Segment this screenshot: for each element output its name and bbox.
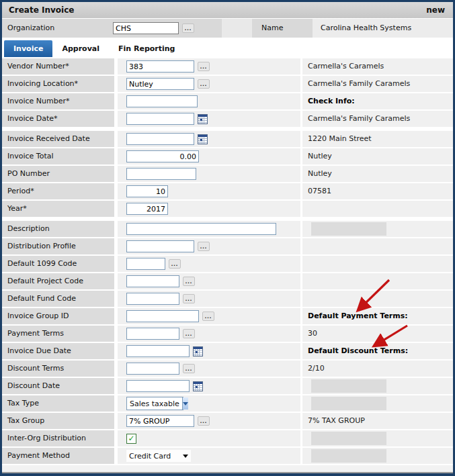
- page-title: Create Invoice: [9, 2, 74, 18]
- discount-terms-lookup-button[interactable]: ...: [183, 364, 195, 373]
- form-row-inter-org-distribution-allowed: Inter-Org Distribution Allowed✓: [2, 430, 453, 448]
- window-header: Create Invoice new: [2, 2, 453, 19]
- field-label-invoice-date: Invoice Date*: [2, 111, 114, 127]
- value-cell-invoice-total: Nutley: [302, 148, 453, 164]
- value-text-7-tax-group: 7% TAX GROUP: [308, 416, 365, 425]
- form-row-invoice-number: Invoice Number*Check Info:: [2, 93, 453, 111]
- default-project-code-lookup-button[interactable]: ...: [183, 277, 195, 286]
- empty-value-box: [311, 379, 386, 393]
- dropdown-arrow-icon: [183, 455, 188, 458]
- form-row-distribution-profile: Distribution Profile...: [2, 238, 453, 256]
- tax-type-select[interactable]: Sales taxable: [126, 397, 183, 410]
- vendor-number-lookup-button[interactable]: ...: [198, 62, 210, 71]
- value-cell-discount-date: [302, 378, 453, 394]
- field-label-invoice-received-date: Invoice Received Date: [2, 131, 114, 147]
- chevron-glyph: [183, 402, 188, 406]
- vendor-number-input[interactable]: [126, 60, 194, 73]
- empty-value-box: [311, 222, 386, 236]
- input-cell-period: [118, 183, 300, 199]
- input-cell-tax-group: ...: [118, 413, 300, 429]
- discount-terms-input[interactable]: [126, 363, 179, 375]
- year-input[interactable]: [126, 203, 168, 215]
- tab-approval[interactable]: Approval: [52, 40, 109, 57]
- chevron-down-icon[interactable]: [182, 397, 188, 410]
- value-heading-check-info: Check Info:: [308, 97, 355, 105]
- invoice-form: Vendor Number*...Carmella's CaramelsInvo…: [2, 58, 453, 465]
- status-badge: new: [426, 2, 445, 18]
- form-row-invoicing-location: Invoicing Location*...Carmella's Family …: [2, 76, 453, 93]
- field-label-invoice-due-date: Invoice Due Date: [2, 343, 114, 359]
- organization-input[interactable]: [113, 22, 179, 34]
- invoice-date-calendar-icon[interactable]: [198, 114, 208, 124]
- invoice-due-date-calendar-icon[interactable]: [193, 346, 203, 356]
- default-1099-code-input[interactable]: [126, 258, 165, 270]
- invoicing-location-lookup-button[interactable]: ...: [198, 79, 210, 89]
- value-cell-invoice-group-id: Default Payment Terms:: [302, 308, 453, 324]
- field-label-invoice-number: Invoice Number*: [2, 93, 114, 109]
- period-input[interactable]: [126, 185, 168, 197]
- invoice-number-input[interactable]: [126, 95, 198, 107]
- description-input[interactable]: [126, 223, 276, 235]
- input-cell-tax-type: Sales taxable: [118, 395, 300, 412]
- invoice-received-date-calendar-icon[interactable]: [198, 134, 208, 144]
- field-label-distribution-profile: Distribution Profile: [2, 238, 114, 254]
- default-fund-code-input[interactable]: [126, 293, 179, 305]
- payment-terms-lookup-button[interactable]: ...: [183, 329, 195, 338]
- value-text-carmella-s-family-caramels: Carmella's Family Caramels: [308, 79, 410, 88]
- default-project-code-input[interactable]: [126, 275, 179, 287]
- invoice-total-input[interactable]: [126, 150, 199, 162]
- discount-date-calendar-icon[interactable]: [193, 381, 203, 391]
- input-cell-invoice-number: [118, 93, 300, 109]
- input-cell-discount-terms: ...: [118, 361, 300, 377]
- value-heading-default-discount-terms: Default Discount Terms:: [308, 346, 408, 355]
- invoice-received-date-input[interactable]: [126, 133, 194, 145]
- field-label-year: Year*: [2, 201, 114, 217]
- input-cell-default-1099-code: ...: [118, 256, 300, 272]
- value-cell-invoicing-location: Carmella's Family Caramels: [302, 76, 453, 92]
- field-label-inter-org-distribution-allowed: Inter-Org Distribution Allowed: [2, 430, 114, 446]
- value-cell-vendor-number: Carmella's Caramels: [302, 58, 453, 75]
- organization-lookup-button[interactable]: ...: [182, 23, 194, 33]
- invoice-group-id-input[interactable]: [126, 310, 199, 322]
- tab-fin-reporting[interactable]: Fin Reporting: [109, 40, 184, 57]
- value-cell-default-project-code: [302, 273, 453, 289]
- default-1099-code-lookup-button[interactable]: ...: [169, 259, 181, 269]
- invoice-date-input[interactable]: [126, 113, 194, 125]
- organization-row: Organization ... Name Carolina Health Sy…: [2, 19, 453, 38]
- form-row-vendor-number: Vendor Number*...Carmella's Caramels: [2, 58, 453, 76]
- form-row-year: Year*: [2, 201, 453, 218]
- value-cell-default-1099-code: [302, 256, 453, 272]
- value-text-2-10: 2/10: [308, 364, 325, 373]
- value-cell-invoice-received-date: 1220 Main Street: [302, 131, 453, 147]
- inter-org-distribution-allowed-checkbox[interactable]: ✓: [126, 434, 136, 444]
- payment-terms-input[interactable]: [126, 328, 179, 340]
- payment-method-dropdown[interactable]: Credit Card: [126, 450, 191, 462]
- checkmark-icon: ✓: [128, 434, 134, 442]
- discount-date-input[interactable]: [126, 380, 190, 392]
- value-cell-tax-group: 7% TAX GROUP: [302, 413, 453, 429]
- value-cell-discount-terms: 2/10: [302, 361, 453, 377]
- input-cell-vendor-number: ...: [118, 58, 300, 75]
- input-cell-distribution-profile: ...: [118, 238, 300, 254]
- form-row-default-1099-code: Default 1099 Code...: [2, 256, 453, 273]
- field-label-discount-terms: Discount Terms: [2, 361, 114, 377]
- field-label-po-number: PO Number: [2, 166, 114, 182]
- field-label-invoice-group-id: Invoice Group ID: [2, 308, 114, 324]
- invoicing-location-input[interactable]: [126, 78, 194, 90]
- input-cell-description: [118, 221, 300, 237]
- invoice-due-date-input[interactable]: [126, 345, 190, 357]
- tab-invoice[interactable]: Invoice: [4, 40, 52, 57]
- form-row-invoice-due-date: Invoice Due DateDefault Discount Terms:: [2, 343, 453, 361]
- form-row-period: Period*07581: [2, 183, 453, 201]
- form-row-payment-terms: Payment Terms...30: [2, 326, 453, 343]
- value-cell-invoice-date: Carmella's Family Caramels: [302, 111, 453, 127]
- po-number-input[interactable]: [126, 168, 196, 180]
- field-label-default-fund-code: Default Fund Code: [2, 291, 114, 307]
- default-fund-code-lookup-button[interactable]: ...: [183, 294, 195, 303]
- value-cell-default-fund-code: [302, 291, 453, 307]
- tax-group-input[interactable]: [126, 415, 194, 427]
- invoice-group-id-lookup-button[interactable]: ...: [202, 312, 214, 321]
- distribution-profile-input[interactable]: [126, 240, 194, 252]
- tax-group-lookup-button[interactable]: ...: [198, 416, 210, 426]
- distribution-profile-lookup-button[interactable]: ...: [198, 242, 210, 251]
